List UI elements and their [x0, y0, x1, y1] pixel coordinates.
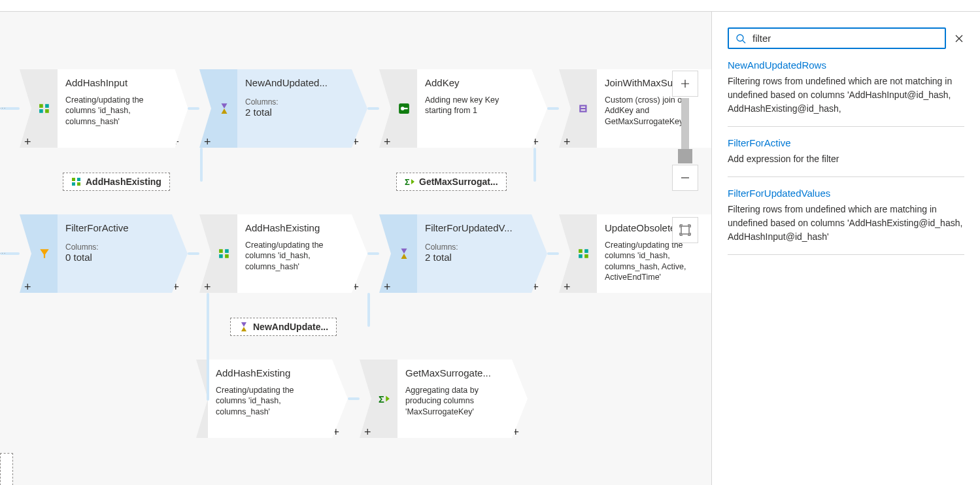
add-before-icon[interactable]: +: [24, 280, 31, 294]
join-icon: [578, 103, 590, 114]
search-result[interactable]: FilterForActive Add expression for the f…: [728, 127, 964, 177]
result-title: NewAndUpdatedRows: [728, 59, 964, 71]
svg-rect-39: [584, 249, 588, 253]
svg-rect-1: [39, 104, 43, 108]
node-title: NewAndUpdated...: [245, 77, 343, 88]
zoom-controls: [672, 71, 698, 243]
svg-point-52: [737, 35, 743, 41]
node-count: 0 total: [65, 252, 163, 263]
svg-rect-41: [584, 254, 588, 258]
add-before-icon[interactable]: +: [564, 280, 571, 294]
svg-marker-15: [532, 69, 547, 148]
derive-icon: [218, 248, 230, 259]
node-addhashexisting-1[interactable]: + AddHashExistingCreating/updating the c…: [211, 214, 352, 293]
zoom-thumb[interactable]: [678, 149, 692, 163]
close-icon[interactable]: [954, 33, 964, 44]
node-filterforactive[interactable]: + FilterForActiveColumns:0 total +: [31, 214, 172, 293]
node-title: FilterForUpdatedV...: [425, 222, 522, 233]
node-title: AddKey: [425, 77, 522, 88]
svg-marker-8: [222, 103, 228, 109]
node-desc: Creating/updating the columns 'id_hash, …: [216, 385, 323, 417]
svg-marker-36: [532, 214, 547, 293]
node-addhashexisting-2[interactable]: AddHashExistingCreating/updating the col…: [208, 360, 332, 438]
svg-rect-20: [72, 182, 75, 186]
zoom-slider[interactable]: [681, 98, 689, 163]
svg-rect-40: [579, 254, 583, 258]
svg-marker-43: [241, 322, 246, 327]
svg-marker-32: [352, 214, 367, 293]
search-input[interactable]: [752, 33, 938, 44]
flow-row-2: + FilterForActiveColumns:0 total + + Add…: [0, 214, 712, 293]
svg-marker-44: [241, 327, 246, 331]
ref-getmaxsurrogate[interactable]: Σ GetMaxSurrogat...: [396, 173, 507, 191]
search-box[interactable]: [728, 27, 946, 49]
search-panel: NewAndUpdatedRows Filtering rows from un…: [712, 12, 980, 485]
svg-text:Σ: Σ: [379, 394, 384, 405]
add-before-icon[interactable]: +: [24, 135, 31, 149]
partial-ref-box[interactable]: [0, 453, 13, 485]
add-before-icon[interactable]: +: [384, 280, 391, 294]
svg-rect-14: [404, 108, 408, 109]
flow-row-1: + AddHashInputCreating/updating the colu…: [0, 69, 712, 148]
svg-marker-23: [411, 179, 414, 184]
svg-marker-6: [172, 69, 188, 148]
node-title: FilterForActive: [65, 222, 163, 233]
add-before-icon[interactable]: +: [204, 280, 211, 294]
add-before-icon[interactable]: +: [564, 135, 571, 149]
svg-rect-51: [681, 226, 689, 234]
result-title: FilterForUpdatedValues: [728, 188, 964, 199]
svg-text:Σ: Σ: [405, 177, 410, 187]
node-meta: Columns:: [245, 97, 343, 107]
svg-marker-42: [711, 214, 712, 293]
search-result[interactable]: FilterForUpdatedValues Filtering rows fr…: [728, 177, 964, 255]
node-newandupdatedrows[interactable]: + NewAndUpdated...Columns:2 total +: [211, 69, 352, 148]
derive-icon: [71, 176, 82, 187]
aggregate-icon: Σ: [405, 176, 415, 187]
zoom-out-button[interactable]: [672, 165, 698, 191]
ref-newandupdated[interactable]: NewAndUpdate...: [230, 318, 337, 336]
node-getmaxsurrogatekey[interactable]: + Σ GetMaxSurrogate...Aggregating data b…: [371, 360, 512, 438]
derive-icon: [578, 248, 590, 259]
exists-icon: [218, 103, 230, 114]
svg-marker-26: [172, 214, 188, 293]
fit-to-screen-button[interactable]: [672, 217, 698, 243]
node-meta: Columns:: [425, 242, 522, 252]
node-addhashinput[interactable]: + AddHashInputCreating/updating the colu…: [31, 69, 172, 148]
node-desc: Creating/updating the columns 'id_hash, …: [65, 95, 163, 127]
node-count: 2 total: [425, 252, 522, 263]
node-desc: Adding new key Key starting from 1: [425, 95, 522, 116]
filter-icon: [39, 248, 50, 259]
result-desc: Filtering rows from undefined which are …: [728, 203, 964, 244]
svg-rect-19: [77, 178, 80, 181]
result-desc: Add expression for the filter: [728, 152, 964, 166]
add-before-icon[interactable]: +: [204, 135, 211, 149]
node-addkey[interactable]: + AddKeyAdding new key Key starting from…: [391, 69, 532, 148]
svg-marker-34: [401, 248, 407, 254]
svg-rect-3: [39, 109, 43, 113]
flow-row-3: AddHashExistingCreating/updating the col…: [196, 360, 528, 438]
svg-marker-17: [711, 69, 712, 148]
svg-marker-49: [386, 396, 390, 402]
node-desc: Aggregating data by producing columns 'M…: [405, 385, 503, 417]
svg-marker-50: [512, 360, 528, 438]
svg-rect-2: [45, 104, 49, 108]
add-after-icon[interactable]: +: [711, 135, 712, 149]
svg-rect-30: [219, 254, 223, 258]
add-before-icon[interactable]: +: [364, 426, 371, 439]
svg-rect-4: [45, 109, 49, 113]
svg-marker-9: [222, 109, 228, 114]
add-before-icon[interactable]: +: [384, 135, 391, 149]
node-filterforupdatedvalues[interactable]: + FilterForUpdatedV...Columns:2 total +: [391, 214, 532, 293]
ref-addhashexisting[interactable]: AddHashExisting: [63, 173, 170, 191]
svg-marker-10: [352, 69, 367, 148]
add-after-icon[interactable]: +: [711, 280, 712, 294]
svg-marker-25: [40, 249, 49, 258]
dataflow-canvas[interactable]: + AddHashInputCreating/updating the colu…: [0, 12, 712, 485]
zoom-in-button[interactable]: [672, 71, 698, 97]
search-result[interactable]: NewAndUpdatedRows Filtering rows from un…: [728, 49, 964, 127]
node-desc: Creating/updating the columns 'id_hash, …: [245, 240, 343, 272]
svg-rect-28: [219, 249, 223, 253]
node-count: 2 total: [245, 107, 343, 118]
node-desc: Creating/updating the columns 'id_hash, …: [605, 240, 702, 282]
svg-rect-31: [225, 254, 229, 258]
